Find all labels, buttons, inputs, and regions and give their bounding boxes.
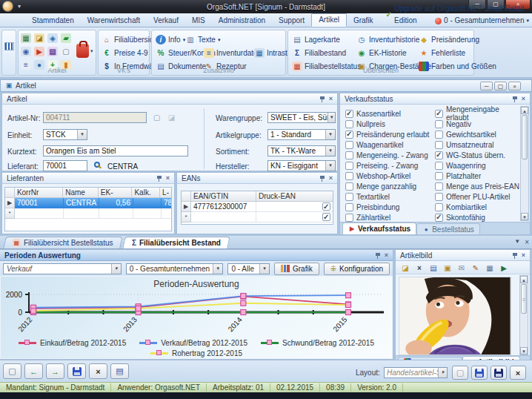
artikelbild-scrollbar[interactable]: ▲ ≡ ▼ bbox=[519, 275, 528, 355]
inventurdaten-button[interactable]: ≡Inventurdaten bbox=[204, 47, 262, 59]
checkbox[interactable] bbox=[345, 162, 353, 170]
page-icon[interactable]: ▢ bbox=[61, 47, 71, 56]
auswertung-select[interactable]: Verkauf▾ bbox=[3, 263, 122, 274]
checkbox[interactable] bbox=[345, 141, 353, 149]
export-image-icon[interactable]: ▶ bbox=[499, 263, 509, 272]
artikelgruppe-select[interactable]: 1 - Standard▾ bbox=[267, 129, 336, 140]
checkbox[interactable] bbox=[435, 141, 443, 149]
lagerkarte-button[interactable]: ▤Lagerkarte bbox=[292, 34, 340, 45]
checkbox[interactable] bbox=[345, 131, 353, 139]
copy-record-button[interactable]: ▤ bbox=[110, 363, 129, 379]
perioden-panel-header[interactable]: Perioden Auswertung × bbox=[0, 250, 393, 261]
hierarchy-icon[interactable]: ◈ bbox=[47, 33, 58, 43]
tab-list-caret-icon[interactable]: ▼ bbox=[514, 238, 520, 246]
copy-article-icon[interactable]: ◪ bbox=[165, 112, 178, 123]
info-button[interactable]: iInfo▾ bbox=[156, 34, 185, 45]
quick-access-caret-icon[interactable]: ▾ bbox=[18, 3, 21, 10]
bag-caret-icon[interactable]: ▾ bbox=[90, 48, 93, 54]
edit-image-icon[interactable]: ✎ bbox=[471, 263, 481, 272]
col-name[interactable]: Name bbox=[63, 188, 99, 198]
pin-icon[interactable] bbox=[375, 252, 381, 259]
checkbox[interactable] bbox=[345, 193, 353, 201]
lieferant-field[interactable] bbox=[43, 160, 87, 171]
app-logo-icon[interactable] bbox=[2, 1, 13, 12]
pin-icon[interactable] bbox=[512, 96, 518, 102]
tab-support[interactable]: Support bbox=[272, 15, 311, 27]
tab-warenwirtschaft[interactable]: Warenwirtschaft bbox=[81, 15, 147, 27]
table-row[interactable]: ▶ 4777612300007 bbox=[182, 202, 333, 212]
verkaufsstatus-panel-header[interactable]: Verkaufsstatus × bbox=[340, 93, 530, 105]
bag-icon[interactable] bbox=[76, 44, 89, 58]
delete-image-icon[interactable]: × bbox=[414, 263, 425, 272]
checkbox[interactable] bbox=[345, 172, 353, 180]
preisaenderung-button[interactable]: ◆Preisänderung bbox=[419, 34, 479, 45]
open-image-icon[interactable]: ◪ bbox=[400, 263, 410, 272]
save-layout-as-button[interactable] bbox=[491, 366, 507, 380]
kurztext-field[interactable] bbox=[43, 145, 188, 156]
filiale-select[interactable]: 0 - Alle▾ bbox=[227, 263, 270, 274]
delete-layout-button[interactable]: ▢ bbox=[452, 366, 468, 380]
druck-ean-checkbox[interactable] bbox=[322, 202, 330, 211]
inventurhistorie-button[interactable]: ◷Inventurhistorie bbox=[356, 34, 419, 45]
checkbox[interactable] bbox=[345, 182, 353, 191]
einheit-select[interactable]: STCK▾ bbox=[43, 129, 87, 140]
mail-image-icon[interactable]: ✉ bbox=[456, 263, 467, 272]
pin-icon[interactable] bbox=[156, 175, 162, 182]
tab-bestellstatus[interactable]: ●Bestellstatus bbox=[416, 223, 480, 234]
hersteller-select[interactable]: KN - Eisgigant▾ bbox=[267, 160, 336, 171]
paste-image-icon[interactable]: ▣ bbox=[442, 263, 453, 272]
checkbox[interactable] bbox=[435, 172, 443, 180]
close-panel-icon[interactable]: × bbox=[166, 174, 170, 182]
label-icon[interactable]: ▤ bbox=[47, 47, 58, 56]
pin-icon[interactable] bbox=[319, 175, 325, 182]
table-icon[interactable]: ▦ bbox=[21, 33, 31, 43]
checkbox[interactable] bbox=[435, 193, 443, 201]
filialbestand-button[interactable]: ΣFilialbestand bbox=[292, 47, 346, 59]
warengruppe-select[interactable]: SWEET - Eis, Süßwaren▾ bbox=[267, 112, 336, 123]
scroll-thumb[interactable]: ≡ bbox=[521, 284, 527, 314]
tab-close-icon[interactable]: × bbox=[525, 238, 529, 246]
mdi-close-button[interactable]: × bbox=[508, 82, 521, 90]
checkbox[interactable] bbox=[435, 162, 443, 170]
new-article-icon[interactable]: ▢ bbox=[150, 112, 163, 123]
close-panel-icon[interactable]: × bbox=[522, 95, 525, 102]
artikelbild-panel-header[interactable]: Artikelbild × bbox=[396, 250, 530, 261]
preise-4-9-button[interactable]: €Preise 4-9 bbox=[102, 47, 148, 59]
next-record-button[interactable]: → bbox=[46, 363, 64, 379]
tab-filialuebersicht-bestellstatus[interactable]: ▦ Filialübersicht Bestellstatus bbox=[3, 237, 122, 248]
pin-icon[interactable] bbox=[319, 96, 325, 102]
mdi-minimize-button[interactable]: ─ bbox=[480, 82, 493, 90]
scroll-up-icon[interactable]: ▲ bbox=[521, 107, 528, 114]
tab-artikel[interactable]: Artikel bbox=[311, 13, 347, 27]
tab-administration[interactable]: Administration bbox=[212, 15, 272, 27]
ek-historie-button[interactable]: ◉EK-Historie bbox=[356, 47, 407, 59]
artikelnr-field[interactable] bbox=[43, 112, 147, 123]
checkbox[interactable] bbox=[435, 120, 443, 128]
marker-icon[interactable]: ▶ bbox=[34, 47, 44, 56]
col-korrnr[interactable]: KorrNr bbox=[15, 188, 63, 198]
checkbox[interactable] bbox=[345, 203, 353, 211]
checkbox[interactable] bbox=[345, 110, 353, 118]
close-panel-icon[interactable]: × bbox=[522, 251, 525, 259]
checkbox[interactable] bbox=[345, 151, 353, 159]
truck-icon[interactable]: ▰ bbox=[61, 33, 71, 43]
col-la[interactable]: L-A bbox=[160, 188, 171, 198]
checkbox[interactable] bbox=[435, 110, 443, 118]
close-panel-icon[interactable]: × bbox=[329, 174, 333, 182]
copy-image-icon[interactable]: ▤ bbox=[428, 263, 439, 272]
checkbox[interactable] bbox=[345, 120, 353, 128]
tab-grafik[interactable]: Grafik bbox=[347, 15, 380, 27]
checkbox[interactable] bbox=[435, 203, 443, 211]
konfiguration-button[interactable]: ⁜Konfiguration bbox=[324, 263, 390, 275]
unternehmen-select[interactable]: 0 - Gesamtunternehmen▾ bbox=[126, 263, 224, 274]
checkbox[interactable] bbox=[435, 214, 443, 222]
globe-icon[interactable]: ◉ bbox=[21, 47, 31, 56]
tab-stammdaten[interactable]: Stammdaten bbox=[25, 15, 81, 27]
table-row-new[interactable]: * bbox=[5, 208, 171, 219]
mdi-window-titlebar[interactable]: ▣ Artikel ─ ▢ × bbox=[0, 79, 532, 92]
checkbox[interactable] bbox=[435, 182, 443, 191]
scroll-down-icon[interactable]: ▼ bbox=[520, 347, 528, 355]
tab-filialuebersicht-bestand[interactable]: Σ Filialübersicht Bestand bbox=[122, 237, 230, 248]
sortiment-select[interactable]: TK - TK-Ware▾ bbox=[267, 145, 336, 156]
table-row-new[interactable]: * bbox=[182, 212, 333, 222]
